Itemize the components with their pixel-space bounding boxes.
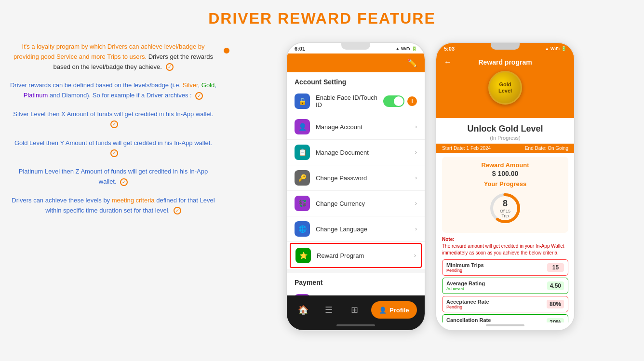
reward-program-arrow: › [414,252,416,259]
progress-circle: 8 Of 15 Trip [488,191,522,225]
criteria-left-cancellation-rate: Cancellation Rate Achieved [446,317,547,322]
check-icon-4: ✓ [110,149,118,157]
phone2-notch [491,43,520,50]
menu-item-payment-method[interactable]: 💳 Payment Method › [287,289,425,295]
start-date: Start Date: 1 Feb 2024 [442,146,491,151]
faceid-toggle[interactable] [383,95,404,107]
faceid-toggle-container: i [383,95,417,107]
criteria-status-min-trips: Pending [446,268,547,273]
phone1-content: Account Setting 🔒 Enable Face ID/Touch I… [287,72,425,295]
change-language-label: Change Language [316,226,409,233]
menu-item-manage-document[interactable]: 📋 Manage Document › [287,140,425,165]
criteria-value-min-trips: 15 [547,263,564,272]
criteria-label-avg-rating: Average Rating [446,281,547,286]
page-container: DRIVER REWARD FEATURE It's a loyalty pro… [0,0,644,361]
profile-label: Profile [389,307,409,314]
criteria-left-avg-rating: Average Rating Achieved [446,281,547,291]
criteria-label-min-trips: Minimum Trips [446,262,547,268]
change-currency-label: Change Currency [316,200,409,207]
check-icon-6: ✓ [174,207,181,214]
para1: It's a loyalty program by which Drivers … [10,42,217,72]
manage-document-label: Manage Document [316,149,409,156]
reward-program-label: Reward Program [317,252,408,259]
back-arrow-icon[interactable]: ← [444,58,452,67]
menu-item-change-password[interactable]: 🔑 Change Password › [287,165,425,191]
phone1-notch [341,43,370,50]
profile-icon: 👤 [379,307,387,314]
date-row: Start Date: 1 Feb 2024 End Date: On Goin… [436,144,574,153]
in-progress-label: (In Progress) [442,135,568,141]
info-icon[interactable]: i [407,96,417,106]
phone2-header-top: ← Reward program [444,58,566,66]
phone1-bottom-nav: 🏠 ☰ ⊞ 👤 Profile [287,295,425,322]
your-progress-title: Your Progress [447,180,564,187]
progress-circle-label: 8 Of 15 Trip [497,199,514,218]
criteria-value-cancellation-rate: 20% [547,318,564,322]
menu-item-change-currency[interactable]: 💱 Change Currency › [287,191,425,216]
payment-divider [287,269,425,273]
phone2-home-indicator [486,324,524,326]
menu-item-faceid[interactable]: 🔒 Enable Face ID/Touch ID i [287,89,425,114]
menu-item-change-language[interactable]: 🌐 Change Language › [287,216,425,242]
faceid-icon: 🔒 [295,94,310,109]
account-setting-header: Account Setting [287,72,425,89]
change-currency-arrow: › [415,200,417,207]
nav-list[interactable]: ☰ [320,301,337,319]
faceid-label: Enable Face ID/Touch ID [316,94,377,108]
phone2-header-title: Reward program [478,58,532,66]
manage-account-arrow: › [415,123,417,130]
criteria-item-cancellation-rate: Cancellation Rate Achieved 20% [442,314,568,322]
criteria-value-acceptance-rate: 80% [547,300,564,308]
phone1-home-indicator [336,324,375,326]
change-language-arrow: › [415,226,417,232]
nav-home[interactable]: 🏠 [295,301,312,319]
content-row: It's a loyalty program by which Drivers … [10,42,634,331]
manage-account-icon: 👤 [295,119,310,134]
reward-program-icon: ⭐ [295,248,311,263]
page-title: DRIVER REWARD FEATURE [208,10,436,27]
reward-amount-title: Reward Amount [447,161,564,169]
menu-item-reward-program[interactable]: ⭐ Reward Program › [290,243,422,268]
phone2-header: ← Reward program Gold Level [436,53,574,118]
change-password-arrow: › [415,174,417,181]
orange-dot [224,48,229,53]
check-icon-1: ✓ [166,63,174,71]
criteria-status-avg-rating: Achieved [446,286,547,291]
phone1-orange-header: ✏️ [287,53,425,72]
phone2-bottom-indicator [436,322,574,330]
note-title: Note: [442,237,568,242]
criteria-item-acceptance-rate: Acceptance Rate Pending 80% [442,296,568,312]
manage-document-icon: 📋 [295,145,310,160]
nav-card[interactable]: ⊞ [346,301,363,319]
criteria-label-cancellation-rate: Cancellation Rate [446,317,547,322]
end-date: End Date: On Going [525,146,568,151]
unlock-title: Unlock Gold Level [442,124,568,134]
criteria-label-acceptance-rate: Acceptance Rate [446,299,547,305]
criteria-value-avg-rating: 4.50 [547,281,564,290]
phones-section: 6:01 ▲ WiFi 🔋 ✏️ Account Setting 🔒 [227,42,634,331]
change-password-icon: 🔑 [295,170,310,186]
nav-profile[interactable]: 👤 Profile [371,301,416,319]
phone2-status-icons: ▲ WiFi 🔋 [545,46,566,51]
check-icon-3: ✓ [110,120,118,128]
phone2-mockup: 5:03 ▲ WiFi 🔋 ← Reward program Gold [435,42,575,331]
menu-item-manage-account[interactable]: 👤 Manage Account › [287,114,425,140]
phone1-time: 6:01 [295,46,305,52]
phone1-status-icons: ▲ WiFi 🔋 [395,46,417,51]
edit-icon[interactable]: ✏️ [407,58,417,67]
check-icon-5: ✓ [120,178,128,186]
manage-document-arrow: › [415,149,417,156]
phone2-content: Unlock Gold Level (In Progress) Start Da… [436,118,574,322]
change-password-label: Change Password [316,174,409,182]
para4: Gold Level then Y Amount of funds will g… [10,138,217,159]
note-desc: The reward amount will get credited in y… [442,243,568,256]
progress-circle-container: 8 Of 15 Trip [447,191,564,225]
criteria-left-min-trips: Minimum Trips Pending [446,262,547,273]
criteria-item-avg-rating: Average Rating Achieved 4.50 [442,278,568,294]
progress-number: 8 [497,199,514,209]
payment-header: Payment [287,273,425,289]
gold-badge: Gold Level [488,71,522,105]
note-section: Note: The reward amount will get credite… [442,237,568,256]
para3: Silver Level then X Amount of funds will… [10,109,217,130]
criteria-item-min-trips: Minimum Trips Pending 15 [442,259,568,276]
